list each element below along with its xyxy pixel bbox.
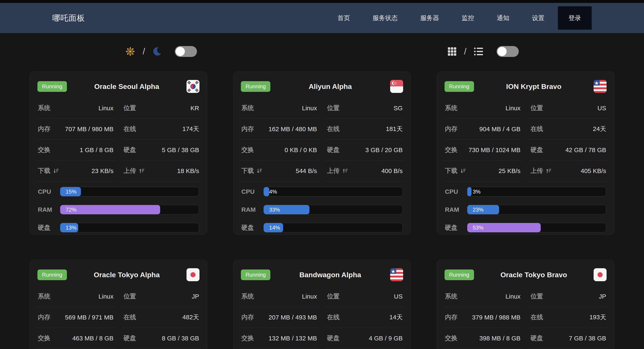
stat-label: 系统 bbox=[445, 292, 458, 301]
stat-label: 位置 bbox=[327, 292, 340, 301]
stat-value: 5 GB / 38 GB bbox=[162, 146, 199, 154]
stat-value: 42 GB / 78 GB bbox=[566, 146, 606, 154]
stat-label: 在线 bbox=[124, 313, 136, 321]
server-card[interactable]: Running Aliyun Alpha 系统Linux位置SG内存162 MB… bbox=[233, 72, 411, 235]
nav-item[interactable]: 服务状态 bbox=[372, 14, 398, 22]
progress-track: 15% bbox=[60, 187, 199, 196]
stat-cell: 交换132 MB / 132 MB bbox=[239, 328, 319, 349]
status-badge: Running bbox=[241, 269, 270, 280]
server-name: ION Krypt Bravo bbox=[474, 83, 594, 91]
stat-cell: 内存379 MB / 988 MB bbox=[443, 307, 523, 328]
flag-jp-icon bbox=[186, 268, 200, 281]
stat-label: 位置 bbox=[530, 292, 543, 301]
stat-value: 181天 bbox=[386, 125, 403, 133]
stat-label: 上传 bbox=[124, 167, 144, 175]
server-card[interactable]: Running Bandwagon Alpha 系统Linux位置US内存207… bbox=[233, 260, 411, 349]
login-button[interactable]: 登录 bbox=[558, 6, 592, 30]
stat-label: 下载 bbox=[445, 167, 466, 175]
progress-percent: 13% bbox=[66, 224, 76, 231]
usage-bars: CPU3%RAM23%硬盘53% bbox=[443, 187, 608, 232]
stat-value: 18 KB/s bbox=[177, 167, 199, 175]
stat-cell: 系统Linux bbox=[239, 98, 319, 119]
server-card[interactable]: Running Oracle Tokyo Alpha 系统Linux位置JP内存… bbox=[30, 260, 207, 349]
usage-bar-row: CPU3% bbox=[445, 187, 606, 196]
card-header: Running Aliyun Alpha bbox=[239, 77, 404, 96]
flag-kr-icon bbox=[186, 80, 200, 93]
stat-cell: 交换0 KB / 0 KB bbox=[239, 140, 319, 160]
stats-grid: 系统Linux位置JP内存569 MB / 971 MB在线482天交换463 … bbox=[36, 286, 201, 349]
progress-track: 33% bbox=[264, 205, 402, 214]
stat-cell: 上传18 KB/s bbox=[122, 160, 201, 181]
nav-item[interactable]: 通知 bbox=[497, 14, 509, 22]
stat-cell: 硬盘42 GB / 78 GB bbox=[528, 140, 608, 160]
usage-bar-label: CPU bbox=[241, 188, 264, 195]
status-badge: Running bbox=[38, 269, 67, 280]
server-card[interactable]: Running Oracle Seoul Alpha 系统Linux位置KR内存… bbox=[30, 72, 207, 235]
stat-label: 系统 bbox=[241, 104, 254, 112]
stat-value: JP bbox=[192, 293, 199, 300]
theme-switch-knob bbox=[176, 47, 185, 56]
progress-fill bbox=[264, 187, 269, 196]
nav-item[interactable]: 首页 bbox=[338, 14, 350, 22]
stat-cell: 系统Linux bbox=[443, 98, 523, 119]
separator-slash: / bbox=[463, 47, 468, 57]
stat-label: 内存 bbox=[241, 125, 254, 133]
moon-icon[interactable] bbox=[152, 47, 162, 56]
stat-label: 位置 bbox=[530, 104, 543, 112]
stat-value: 14天 bbox=[389, 313, 402, 321]
upload-sort-icon bbox=[139, 168, 144, 174]
stat-cell: 上传400 B/s bbox=[325, 160, 405, 181]
stat-cell: 内存207 MB / 493 MB bbox=[239, 307, 319, 328]
stat-value: Linux bbox=[98, 293, 114, 300]
stat-label: 内存 bbox=[38, 313, 50, 321]
stat-cell: 系统Linux bbox=[239, 286, 319, 307]
stat-cell: 位置JP bbox=[122, 286, 201, 307]
stat-value: 398 MB / 8 GB bbox=[480, 335, 521, 342]
stat-cell: 硬盘5 GB / 38 GB bbox=[122, 140, 201, 160]
progress-track: 4% bbox=[264, 187, 402, 196]
usage-bar-row: RAM33% bbox=[241, 205, 402, 214]
stats-grid: 系统Linux位置US内存904 MB / 4 GB在线24天交换730 MB … bbox=[443, 98, 608, 181]
nav-item[interactable]: 监控 bbox=[462, 14, 474, 22]
grid-view-icon[interactable] bbox=[447, 47, 457, 56]
view-switch-knob bbox=[498, 47, 507, 56]
stat-cell: 位置US bbox=[325, 286, 405, 307]
progress-percent: 4% bbox=[269, 189, 277, 195]
flag-us-icon bbox=[390, 268, 403, 281]
stat-label: 交换 bbox=[241, 334, 254, 342]
progress-percent: 15% bbox=[66, 189, 76, 195]
progress-percent: 53% bbox=[473, 224, 484, 231]
progress-percent: 33% bbox=[269, 206, 280, 213]
stat-cell: 在线482天 bbox=[122, 307, 201, 328]
stat-label: 内存 bbox=[38, 125, 50, 133]
stat-label: 系统 bbox=[241, 292, 254, 301]
server-name: Oracle Tokyo Bravo bbox=[474, 271, 594, 279]
stat-value: 379 MB / 988 MB bbox=[472, 314, 521, 321]
stat-value: JP bbox=[599, 293, 606, 300]
progress-percent: 3% bbox=[473, 189, 481, 195]
stat-label: 在线 bbox=[327, 125, 340, 133]
nav-item[interactable]: 服务器 bbox=[420, 14, 439, 22]
server-card[interactable]: Running Oracle Tokyo Bravo 系统Linux位置JP内存… bbox=[437, 260, 614, 349]
download-sort-icon bbox=[256, 168, 262, 174]
stat-value: 405 KB/s bbox=[581, 167, 606, 175]
server-card[interactable]: Running ION Krypt Bravo 系统Linux位置US内存904… bbox=[437, 72, 614, 235]
stat-cell: 下载544 B/s bbox=[239, 160, 319, 181]
stat-value: 132 MB / 132 MB bbox=[268, 335, 317, 342]
server-name: Oracle Tokyo Alpha bbox=[67, 271, 186, 279]
toolbar: / / bbox=[0, 44, 644, 59]
usage-bar-label: RAM bbox=[241, 206, 264, 213]
stat-label: 内存 bbox=[445, 125, 458, 133]
nav-item[interactable]: 设置 bbox=[532, 14, 544, 22]
usage-bar-row: RAM23% bbox=[445, 205, 606, 214]
card-header: Running Oracle Tokyo Bravo bbox=[443, 265, 608, 284]
theme-switch[interactable] bbox=[175, 46, 197, 57]
stat-label: 硬盘 bbox=[530, 146, 543, 154]
list-view-icon[interactable] bbox=[474, 47, 484, 57]
view-switch[interactable] bbox=[496, 46, 519, 57]
usage-bars: CPU4%RAM33%硬盘14% bbox=[239, 187, 404, 232]
sun-icon[interactable] bbox=[125, 46, 136, 57]
stat-cell: 内存569 MB / 971 MB bbox=[36, 307, 116, 328]
stat-value: 482天 bbox=[182, 313, 199, 321]
stats-grid: 系统Linux位置JP内存379 MB / 988 MB在线193天交换398 … bbox=[443, 286, 608, 349]
